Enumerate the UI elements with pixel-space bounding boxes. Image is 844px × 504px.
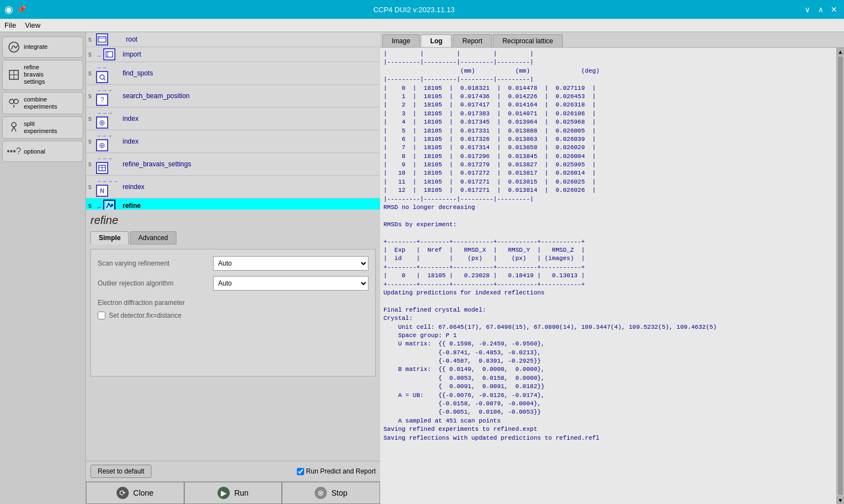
pipeline-name-search-beam: search_beam_position [120, 85, 380, 108]
refine-section: refine Simple Advanced Scan varying refi… [86, 210, 380, 461]
right-scrollbar[interactable]: ▲ ▼ [836, 48, 844, 504]
pipeline-row-index1[interactable]: s →→→ ⊕ index [86, 108, 380, 130]
svg-point-16 [111, 204, 113, 206]
stop-button[interactable]: ⊗ Stop [282, 482, 380, 504]
pipeline-row-search-beam[interactable]: s →→→ ? search_beam_position [86, 85, 380, 108]
run-button[interactable]: ▶ Run [184, 482, 282, 504]
pipeline-name-root: root [120, 32, 380, 47]
sidebar-item-combine[interactable]: combineexperiments [2, 92, 83, 114]
titlebar: ◉ 📌 CCP4 DUI2 v:2023.11.13 ∨ ∧ ✕ [0, 0, 844, 19]
menu-file[interactable]: File [4, 21, 16, 29]
outlier-select[interactable]: Auto None Mcd [213, 276, 368, 291]
svg-point-11 [100, 75, 104, 79]
form-row-scan-varying: Scan varying refinement Auto True False [98, 256, 368, 271]
pipeline-name-refine-bravais: refine_bravais_settings [120, 153, 380, 176]
split-icon [7, 121, 21, 134]
run-icon: ▶ [218, 487, 230, 499]
pipeline-area: s root s → [86, 32, 380, 210]
pipeline-row-index2[interactable]: s →→→ ⊕ index [86, 130, 380, 153]
run-predict-label: Run Predict and Report [306, 467, 376, 475]
svg-point-6 [12, 123, 16, 127]
pipeline-icon-root [94, 32, 120, 47]
scan-varying-select[interactable]: Auto True False [213, 256, 368, 271]
log-content: | | | | | |---------|---------|---------… [380, 48, 836, 504]
pipeline-icon-import: → [94, 47, 120, 62]
refine-title: refine [90, 214, 376, 227]
pipeline-icon-find-spots: →→ [94, 62, 120, 85]
reset-button[interactable]: Reset to default [90, 465, 151, 478]
pipeline-s-import: s [86, 47, 94, 62]
pipeline-icon-refine: → [94, 198, 120, 210]
pin-icon[interactable]: 📌 [17, 5, 26, 14]
optional-label: optional [24, 148, 46, 155]
pipeline-icon-index1: →→→ ⊕ [94, 108, 120, 130]
integrate-icon [7, 40, 21, 54]
pipeline-row-import[interactable]: s → import [86, 47, 380, 62]
sidebar-item-optional[interactable]: •••? optional [2, 141, 83, 162]
integrate-label: integrate [24, 43, 48, 50]
refine-form: Scan varying refinement Auto True False … [90, 249, 376, 376]
pipeline-icon-search-beam: →→→ ? [94, 85, 120, 108]
scroll-up-arrow[interactable]: ▲ [837, 48, 844, 55]
pipeline-name-reindex: reindex [120, 176, 380, 198]
scan-varying-label: Scan varying refinement [98, 259, 209, 267]
run-predict-checkbox[interactable] [297, 468, 304, 475]
detector-fix-label: Set detector.fix=distance [109, 312, 181, 319]
sidebar-item-integrate[interactable]: integrate [2, 37, 83, 58]
action-buttons: ⟳ Clone ▶ Run ⊗ Stop [86, 481, 380, 504]
pipeline-s-reindex: s [86, 176, 94, 198]
pipeline-s-find-spots: s [86, 62, 94, 85]
titlebar-left: ◉ 📌 [4, 3, 26, 16]
tab-reciprocal[interactable]: Reciprocal lattice [493, 34, 562, 47]
tab-simple[interactable]: Simple [90, 231, 129, 245]
tab-log[interactable]: Log [421, 34, 452, 47]
pipeline-name-index2: index [120, 130, 380, 153]
refine-bravais-label: refinebravaissettings [24, 64, 45, 86]
pipeline-row-reindex[interactable]: s →→→→ N reindex [86, 176, 380, 198]
pipeline-name-refine: refine [120, 198, 380, 210]
clone-icon: ⟳ [117, 487, 129, 499]
clone-label: Clone [133, 488, 154, 497]
pipeline-table: s root s → [86, 32, 380, 210]
scroll-thumb[interactable] [838, 57, 843, 495]
sidebar: integrate refinebravaissettings combin [0, 32, 86, 504]
app-logo: ◉ [4, 3, 13, 16]
clone-button[interactable]: ⟳ Clone [86, 482, 184, 504]
electron-diffraction-label: Electron diffraction parameter [98, 299, 185, 307]
detector-fix-checkbox[interactable] [98, 312, 105, 319]
outlier-label: Outlier rejection algorithm [98, 279, 209, 287]
tab-image[interactable]: Image [382, 34, 420, 47]
combine-label: combineexperiments [24, 96, 57, 110]
center-panel: s root s → [86, 32, 380, 504]
bottom-buttons: Reset to default Run Predict and Report [86, 461, 380, 481]
minimize-button[interactable]: ∨ [802, 4, 813, 15]
svg-point-0 [9, 42, 19, 52]
svg-point-4 [9, 99, 14, 104]
pipeline-row-root[interactable]: s root [86, 32, 380, 47]
pipeline-row-refine[interactable]: s → refine [86, 198, 380, 210]
sidebar-item-refine-bravais[interactable]: refinebravaissettings [2, 60, 83, 90]
detector-fix-row: Set detector.fix=distance [98, 312, 368, 319]
pipeline-s-search-beam: s [86, 85, 94, 108]
pipeline-name-index1: index [120, 108, 380, 130]
tab-advanced[interactable]: Advanced [130, 231, 176, 245]
main-container: integrate refinebravaissettings combin [0, 32, 844, 504]
right-panel: Image Log Report Reciprocal lattice | | … [380, 32, 844, 504]
run-label: Run [234, 488, 249, 497]
run-predict-row: Run Predict and Report [297, 467, 376, 475]
close-button[interactable]: ✕ [828, 4, 840, 15]
pipeline-s-refine-bravais: s [86, 153, 94, 176]
pipeline-icon-index2: →→→ ⊕ [94, 130, 120, 153]
svg-line-12 [104, 79, 105, 80]
pipeline-row-find-spots[interactable]: s →→ find_spots [86, 62, 380, 85]
maximize-button[interactable]: ∧ [815, 4, 826, 15]
sidebar-item-split[interactable]: splitexperiments [2, 116, 83, 139]
pipeline-s-refine: s [86, 198, 94, 210]
tab-report[interactable]: Report [453, 34, 492, 47]
pipeline-icon-reindex: →→→→ N [94, 176, 120, 198]
scroll-down-arrow[interactable]: ▼ [837, 496, 844, 504]
menu-view[interactable]: View [25, 21, 41, 29]
combine-icon [7, 96, 21, 110]
stop-icon: ⊗ [315, 487, 327, 499]
pipeline-row-refine-bravais[interactable]: s →→→ refine_bravais_settings [86, 153, 380, 176]
